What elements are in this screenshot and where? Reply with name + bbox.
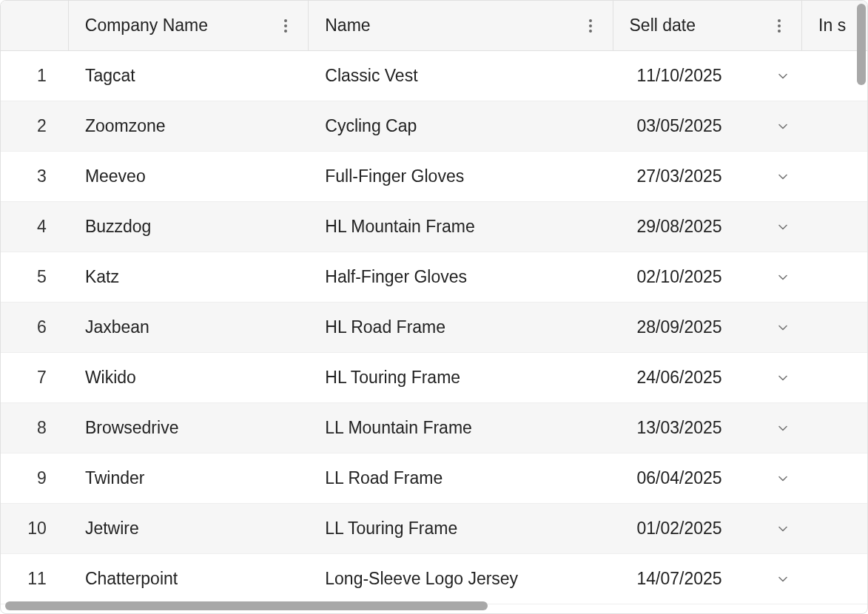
header-row: Company Name Name Sell date In s <box>1 1 867 51</box>
header-name-label: Name <box>325 16 370 36</box>
table-row[interactable]: 8BrowsedriveLL Mountain Frame13/03/2025 <box>1 403 867 453</box>
chevron-down-icon[interactable] <box>777 171 789 183</box>
header-sell-date[interactable]: Sell date <box>613 1 803 50</box>
name-cell[interactable]: Classic Vest <box>309 51 613 101</box>
company-cell[interactable]: Tagcat <box>69 51 309 101</box>
name-cell[interactable]: HL Road Frame <box>309 303 613 352</box>
table-row[interactable]: 11ChatterpointLong-Sleeve Logo Jersey14/… <box>1 554 867 604</box>
row-number: 6 <box>1 303 69 352</box>
header-name[interactable]: Name <box>309 1 613 50</box>
in-stock-cell[interactable] <box>802 504 867 553</box>
company-cell[interactable]: Buzzdog <box>69 202 309 252</box>
name-cell[interactable]: Long-Sleeve Logo Jersey <box>309 554 613 604</box>
sell-date-cell[interactable]: 24/06/2025 <box>613 353 803 402</box>
in-stock-cell[interactable] <box>802 101 867 151</box>
name-cell[interactable]: Half-Finger Gloves <box>309 252 613 302</box>
horizontal-scrollbar[interactable] <box>5 601 488 610</box>
sell-date-value: 11/10/2025 <box>637 66 722 86</box>
table-row[interactable]: 3MeeveoFull-Finger Gloves27/03/2025 <box>1 152 867 202</box>
company-cell[interactable]: Jetwire <box>69 504 309 553</box>
company-cell[interactable]: Browsedrive <box>69 403 309 453</box>
chevron-down-icon[interactable] <box>777 121 789 132</box>
kebab-menu-icon[interactable] <box>278 18 293 33</box>
sell-date-cell[interactable]: 28/09/2025 <box>613 303 803 352</box>
company-cell[interactable]: Chatterpoint <box>69 554 309 604</box>
table-row[interactable]: 6JaxbeanHL Road Frame28/09/2025 <box>1 303 867 353</box>
table-row[interactable]: 2ZoomzoneCycling Cap03/05/2025 <box>1 101 867 152</box>
kebab-menu-icon[interactable] <box>772 18 787 33</box>
chevron-down-icon[interactable] <box>777 271 789 283</box>
company-cell[interactable]: Meeveo <box>69 152 309 201</box>
name-cell[interactable]: LL Mountain Frame <box>309 403 613 453</box>
row-number: 2 <box>1 101 69 151</box>
chevron-down-icon[interactable] <box>777 573 789 585</box>
sell-date-cell[interactable]: 14/07/2025 <box>613 554 803 604</box>
table-row[interactable]: 4BuzzdogHL Mountain Frame29/08/2025 <box>1 202 867 252</box>
chevron-down-icon[interactable] <box>777 523 789 535</box>
chevron-down-icon[interactable] <box>777 372 789 384</box>
in-stock-cell[interactable] <box>802 554 867 604</box>
sell-date-value: 13/03/2025 <box>637 418 722 438</box>
name-cell[interactable]: LL Touring Frame <box>309 504 613 553</box>
company-cell[interactable]: Zoomzone <box>69 101 309 151</box>
chevron-down-icon[interactable] <box>777 70 789 82</box>
chevron-down-icon[interactable] <box>777 221 789 233</box>
company-cell[interactable]: Twinder <box>69 453 309 503</box>
sell-date-cell[interactable]: 27/03/2025 <box>613 152 803 201</box>
chevron-down-icon[interactable] <box>777 322 789 334</box>
chevron-down-icon[interactable] <box>777 422 789 434</box>
row-number: 11 <box>1 554 69 604</box>
name-cell[interactable]: HL Touring Frame <box>309 353 613 402</box>
name-cell[interactable]: LL Road Frame <box>309 453 613 503</box>
name-cell[interactable]: HL Mountain Frame <box>309 202 613 252</box>
row-number: 7 <box>1 353 69 402</box>
sell-date-value: 27/03/2025 <box>637 166 722 186</box>
data-grid: Company Name Name Sell date In s 1Tagcat… <box>0 0 868 614</box>
sell-date-value: 29/08/2025 <box>637 217 722 237</box>
company-cell[interactable]: Jaxbean <box>69 303 309 352</box>
company-cell[interactable]: Katz <box>69 252 309 302</box>
row-number: 1 <box>1 51 69 101</box>
vertical-scrollbar[interactable] <box>857 4 866 85</box>
in-stock-cell[interactable] <box>802 252 867 302</box>
sell-date-value: 01/02/2025 <box>637 519 722 539</box>
in-stock-cell[interactable] <box>802 202 867 252</box>
in-stock-cell[interactable] <box>802 152 867 201</box>
table-row[interactable]: 9TwinderLL Road Frame06/04/2025 <box>1 453 867 504</box>
sell-date-cell[interactable]: 02/10/2025 <box>613 252 803 302</box>
kebab-menu-icon[interactable] <box>583 18 598 33</box>
header-company-label: Company Name <box>85 16 208 36</box>
row-number: 5 <box>1 252 69 302</box>
sell-date-cell[interactable]: 01/02/2025 <box>613 504 803 553</box>
name-cell[interactable]: Full-Finger Gloves <box>309 152 613 201</box>
chevron-down-icon[interactable] <box>777 473 789 485</box>
company-cell[interactable]: Wikido <box>69 353 309 402</box>
table-row[interactable]: 1TagcatClassic Vest11/10/2025 <box>1 51 867 101</box>
in-stock-cell[interactable] <box>802 403 867 453</box>
header-sell-date-label: Sell date <box>630 16 696 36</box>
sell-date-cell[interactable]: 03/05/2025 <box>613 101 803 151</box>
header-company[interactable]: Company Name <box>69 1 309 50</box>
grid-body: 1TagcatClassic Vest11/10/20252ZoomzoneCy… <box>1 51 867 604</box>
table-row[interactable]: 7WikidoHL Touring Frame24/06/2025 <box>1 353 867 403</box>
in-stock-cell[interactable] <box>802 303 867 352</box>
in-stock-cell[interactable] <box>802 353 867 402</box>
table-row[interactable]: 5KatzHalf-Finger Gloves02/10/2025 <box>1 252 867 303</box>
row-number: 9 <box>1 453 69 503</box>
sell-date-cell[interactable]: 06/04/2025 <box>613 453 803 503</box>
sell-date-cell[interactable]: 13/03/2025 <box>613 403 803 453</box>
name-cell[interactable]: Cycling Cap <box>309 101 613 151</box>
sell-date-value: 06/04/2025 <box>637 468 722 488</box>
header-rownum[interactable] <box>1 1 69 50</box>
sell-date-value: 28/09/2025 <box>637 317 722 337</box>
sell-date-cell[interactable]: 29/08/2025 <box>613 202 803 252</box>
table-row[interactable]: 10JetwireLL Touring Frame01/02/2025 <box>1 504 867 554</box>
row-number: 10 <box>1 504 69 553</box>
row-number: 4 <box>1 202 69 252</box>
in-stock-cell[interactable] <box>802 453 867 503</box>
sell-date-value: 02/10/2025 <box>637 267 722 287</box>
sell-date-cell[interactable]: 11/10/2025 <box>613 51 803 101</box>
row-number: 3 <box>1 152 69 201</box>
sell-date-value: 14/07/2025 <box>637 569 722 589</box>
row-number: 8 <box>1 403 69 453</box>
